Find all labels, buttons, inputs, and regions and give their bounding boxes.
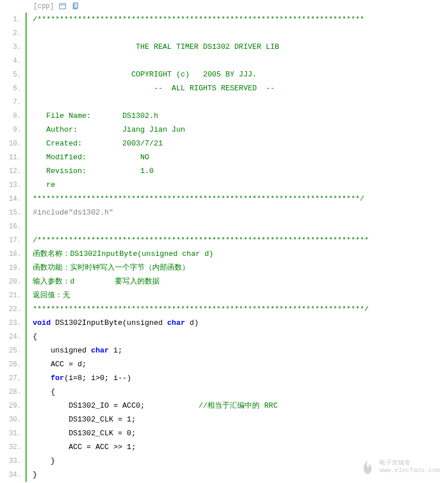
code-line: File Name: DS1302.h xyxy=(33,109,448,123)
code-header: [cpp] xyxy=(0,0,448,13)
line-number: 20. xyxy=(0,275,21,289)
code-line: 返回值：无 xyxy=(33,289,448,302)
line-number: 3. xyxy=(0,40,21,54)
copy-icon[interactable] xyxy=(71,2,79,10)
line-number-gutter: 1.2.3.4.5.6.7.8.9.10.11.12.13.14.15.16.1… xyxy=(0,13,25,482)
code-line: #include"ds1302.h" xyxy=(33,206,448,220)
line-number: 5. xyxy=(0,68,21,82)
code-line: Created: 2003/7/21 xyxy=(33,137,448,151)
code-line: /***************************************… xyxy=(33,13,448,26)
code-line: ACC = ACC >> 1; xyxy=(33,440,448,454)
code-line: /***************************************… xyxy=(33,233,448,247)
line-number: 7. xyxy=(0,95,21,109)
line-number: 19. xyxy=(0,261,21,275)
code-line: ACC = d; xyxy=(33,358,448,371)
code-line: } xyxy=(33,468,448,482)
line-number: 14. xyxy=(0,192,21,206)
line-number: 25. xyxy=(0,344,21,358)
code-line: for(i=8; i>0; i--) xyxy=(33,371,448,385)
code-line: ****************************************… xyxy=(33,302,448,316)
line-number: 16. xyxy=(0,220,21,233)
line-number: 33. xyxy=(0,454,21,468)
code-line: Author: Jiang Jian Jun xyxy=(33,123,448,137)
line-number: 23. xyxy=(0,316,21,330)
line-number: 24. xyxy=(0,330,21,344)
code-line: Modified: NO xyxy=(33,151,448,164)
line-number: 13. xyxy=(0,178,21,192)
line-number: 34. xyxy=(0,468,21,482)
code-line: re xyxy=(33,178,448,192)
code-line: DS1302_CLK = 1; xyxy=(33,413,448,427)
code-line xyxy=(33,26,448,40)
line-number: 32. xyxy=(0,440,21,454)
code-line xyxy=(33,220,448,233)
line-number: 28. xyxy=(0,385,21,399)
line-number: 1. xyxy=(0,13,21,26)
code-line: } xyxy=(33,454,448,468)
code-line xyxy=(33,95,448,109)
view-plain-icon[interactable] xyxy=(59,2,67,10)
code-line xyxy=(33,54,448,68)
code-line: COPYRIGHT (c) 2005 BY JJJ. xyxy=(33,68,448,82)
line-number: 9. xyxy=(0,123,21,137)
line-number: 26. xyxy=(0,358,21,371)
code-line: Revision: 1.0 xyxy=(33,164,448,178)
line-number: 30. xyxy=(0,413,21,427)
code-line: unsigned char i; xyxy=(33,344,448,358)
code-line: DS1302_CLK = 0; xyxy=(33,427,448,440)
line-number: 4. xyxy=(0,54,21,68)
code-line: 函数功能：实时时钟写入一个字节（内部函数） xyxy=(33,261,448,275)
line-number: 27. xyxy=(0,371,21,385)
line-number: 15. xyxy=(0,206,21,220)
line-number: 10. xyxy=(0,137,21,151)
code-line: DS1302_IO = ACC0; //相当于汇编中的 RRC xyxy=(33,399,448,413)
code-line: -- ALL RIGHTS RESERVED -- xyxy=(33,82,448,95)
line-number: 29. xyxy=(0,399,21,413)
code-area[interactable]: /***************************************… xyxy=(25,13,448,482)
svg-rect-3 xyxy=(74,3,78,8)
code-line: 函数名称：DS1302InputByte(unsigned char d) xyxy=(33,247,448,261)
line-number: 31. xyxy=(0,427,21,440)
language-tag: [cpp] xyxy=(33,2,54,10)
line-number: 21. xyxy=(0,289,21,302)
code-line: 输入参数：d 要写入的数据 xyxy=(33,275,448,289)
code-line: { xyxy=(33,385,448,399)
line-number: 18. xyxy=(0,247,21,261)
line-number: 8. xyxy=(0,109,21,123)
line-number: 12. xyxy=(0,164,21,178)
code-line: THE REAL TIMER DS1302 DRIVER LIB xyxy=(33,40,448,54)
code-line: { xyxy=(33,330,448,344)
line-number: 17. xyxy=(0,233,21,247)
code-line: void DS1302InputByte(unsigned char d) xyxy=(33,316,448,330)
line-number: 6. xyxy=(0,82,21,95)
line-number: 2. xyxy=(0,26,21,40)
code-block: 1.2.3.4.5.6.7.8.9.10.11.12.13.14.15.16.1… xyxy=(0,13,448,482)
line-number: 22. xyxy=(0,302,21,316)
svg-rect-0 xyxy=(60,4,66,9)
line-number: 11. xyxy=(0,151,21,164)
code-line: ****************************************… xyxy=(33,192,448,206)
